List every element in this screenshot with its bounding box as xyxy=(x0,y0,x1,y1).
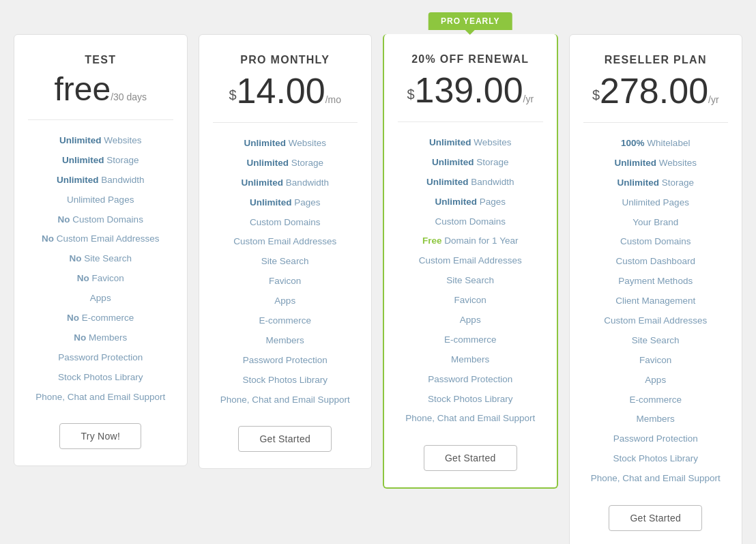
feature-item: Password Protection xyxy=(398,370,543,390)
feature-item: Unlimited Pages xyxy=(583,193,729,213)
feature-text: Custom Email Addresses xyxy=(604,315,707,326)
plan-name: RESELLER PLAN xyxy=(583,54,729,66)
feature-text: Members xyxy=(637,414,675,424)
feature-text: Phone, Chat and Email Support xyxy=(405,413,535,423)
feature-text: Password Protection xyxy=(428,374,512,384)
divider xyxy=(398,121,543,122)
cta-button[interactable]: Get Started xyxy=(238,426,332,452)
feature-item: Apps xyxy=(583,371,729,390)
feature-item: Unlimited Websites xyxy=(213,134,358,154)
feature-bold: 100% xyxy=(621,138,645,148)
feature-text: Storage xyxy=(474,157,508,167)
feature-text: Custom Domains xyxy=(435,216,506,227)
feature-text: Client Management xyxy=(615,296,695,306)
feature-text: Favicon xyxy=(454,295,486,305)
cta-button[interactable]: Get Started xyxy=(424,445,517,471)
feature-text: Custom Email Addresses xyxy=(419,255,522,266)
feature-bold: Unlimited xyxy=(242,177,284,188)
price-period: /30 days xyxy=(111,91,147,102)
feature-no: No xyxy=(77,273,89,283)
feature-item: Custom Email Addresses xyxy=(583,311,729,331)
feature-text: E-commerce xyxy=(629,395,682,405)
feature-no: No xyxy=(67,313,79,323)
feature-item: Favicon xyxy=(213,272,358,291)
feature-text: Favicon xyxy=(639,355,671,365)
plan-card-pro-monthly: PRO MONTHLY $14.00/mo Unlimited Websites… xyxy=(199,34,373,469)
feature-item: Unlimited Bandwidth xyxy=(213,173,358,193)
feature-item: No Custom Email Addresses xyxy=(28,229,173,249)
feature-text: Domain for 1 Year xyxy=(442,235,519,246)
feature-item: Client Management xyxy=(583,291,729,311)
feature-text: Unlimited Pages xyxy=(67,195,134,205)
feature-item: Custom Dashboard xyxy=(583,252,729,272)
feature-item: Payment Methods xyxy=(583,272,729,291)
feature-item: Password Protection xyxy=(213,351,358,371)
feature-item: Your Brand xyxy=(583,213,729,233)
feature-item: No Favicon xyxy=(28,269,173,289)
price-currency: $ xyxy=(592,87,600,102)
feature-item: Members xyxy=(398,350,543,370)
feature-text: Your Brand xyxy=(633,217,678,227)
feature-text: E-commerce xyxy=(79,313,134,323)
feature-text: Password Protection xyxy=(613,433,698,444)
plan-card-reseller: RESELLER PLAN $278.00/yr 100% Whitelabel… xyxy=(569,34,743,544)
feature-text: Websites xyxy=(286,138,326,148)
feature-item: Phone, Chat and Email Support xyxy=(213,390,358,410)
feature-text: Bandwidth xyxy=(99,175,145,185)
feature-item: Unlimited Websites xyxy=(28,131,173,151)
feature-item: Members xyxy=(583,410,729,429)
price-amount: 278.00 xyxy=(600,71,708,111)
feature-item: No E-commerce xyxy=(28,309,173,328)
feature-text: Custom Dashboard xyxy=(616,256,695,266)
feature-item: Custom Domains xyxy=(583,232,729,252)
feature-bold: Unlimited xyxy=(435,197,477,207)
feature-item: Unlimited Websites xyxy=(398,133,543,153)
feature-item: Custom Domains xyxy=(213,213,358,233)
plan-card-pro-yearly: PRO YEARLY 20% OFF RENEWAL $139.00/yr Un… xyxy=(383,34,558,489)
feature-item: E-commerce xyxy=(213,311,358,331)
feature-item: Unlimited Storage xyxy=(28,151,173,171)
feature-item: Unlimited Pages xyxy=(28,190,173,210)
feature-item: No Custom Domains xyxy=(28,210,173,230)
feature-item: Unlimited Pages xyxy=(398,192,543,212)
feature-item: Unlimited Storage xyxy=(213,154,358,173)
features-list: Unlimited WebsitesUnlimited StorageUnlim… xyxy=(398,133,543,429)
feature-text: Favicon xyxy=(89,273,124,283)
feature-item: Stock Photos Library xyxy=(213,371,358,390)
feature-item: Site Search xyxy=(398,271,543,291)
feature-text: Bandwidth xyxy=(469,177,514,187)
feature-bold: Unlimited xyxy=(246,158,289,168)
cta-button[interactable]: Get Started xyxy=(609,505,702,531)
feature-text: Websites xyxy=(656,158,697,168)
divider xyxy=(28,119,173,120)
feature-text: Pages xyxy=(291,197,320,207)
feature-item: Unlimited Storage xyxy=(398,153,543,173)
feature-text: Password Protection xyxy=(58,352,143,362)
featured-badge: PRO YEARLY xyxy=(428,12,512,30)
feature-text: Custom Domains xyxy=(620,236,691,246)
feature-item: Unlimited Bandwidth xyxy=(398,173,543,192)
feature-text: Phone, Chat and Email Support xyxy=(220,395,350,405)
feature-text: E-commerce xyxy=(259,315,311,326)
feature-item: Stock Photos Library xyxy=(398,390,543,410)
cta-button[interactable]: Try Now! xyxy=(59,423,141,449)
feature-text: Apps xyxy=(90,293,111,303)
feature-bold: Unlimited xyxy=(62,155,104,165)
price-amount: 14.00 xyxy=(237,71,325,111)
feature-item: Free Domain for 1 Year xyxy=(398,231,543,251)
feature-text: Site Search xyxy=(446,275,494,285)
feature-text: Site Search xyxy=(261,256,309,266)
price-period: /mo xyxy=(325,94,341,105)
feature-text: Custom Email Addresses xyxy=(233,236,336,246)
price-period: /yr xyxy=(523,94,534,104)
features-list: Unlimited WebsitesUnlimited StorageUnlim… xyxy=(28,131,173,407)
feature-text: Apps xyxy=(460,315,481,325)
feature-text: Favicon xyxy=(269,276,301,286)
feature-bold: Unlimited xyxy=(614,158,656,168)
feature-no: No xyxy=(69,253,81,263)
feature-item: Apps xyxy=(398,311,543,330)
feature-bold: Unlimited xyxy=(59,135,102,145)
feature-text: Stock Photos Library xyxy=(242,375,328,385)
feature-item: No Members xyxy=(28,328,173,348)
feature-text: Stock Photos Library xyxy=(613,453,698,463)
